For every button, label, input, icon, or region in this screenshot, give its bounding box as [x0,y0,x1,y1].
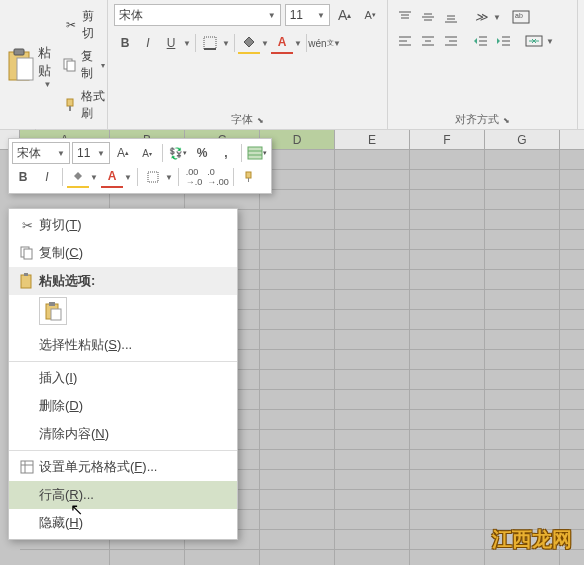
mini-comma-button[interactable]: , [215,142,237,164]
scissors-icon: ✂ [15,218,39,233]
svg-rect-5 [67,99,73,106]
column-header[interactable]: G [485,130,560,149]
chevron-down-icon[interactable]: ▼ [182,32,192,54]
chevron-down-icon[interactable]: ▼ [492,6,502,28]
brush-icon [63,97,77,113]
chevron-down-icon[interactable]: ▼ [545,30,555,52]
svg-rect-2 [17,58,33,80]
decrease-font-button[interactable]: A▾ [359,4,381,26]
paste-icon [6,44,36,88]
svg-rect-40 [246,172,251,178]
menu-delete[interactable]: 删除(D) [9,392,237,420]
mini-decrease-font[interactable]: A▾ [136,142,158,164]
chevron-down-icon[interactable]: ▼ [44,80,52,89]
paste-icon [15,273,39,289]
mini-format-painter-button[interactable] [238,166,260,188]
align-group: ≫▼ ab ▼ 对齐方式 ⬊ [388,0,578,129]
align-right-button[interactable] [440,30,462,52]
mini-fill-color-button[interactable] [67,166,89,188]
svg-rect-41 [248,178,249,182]
menu-hide[interactable]: 隐藏(H) [9,509,237,537]
mini-format-table-button[interactable]: ▾ [246,142,268,164]
copy-icon [15,246,39,260]
menu-row-height[interactable]: 行高(R)... [9,481,237,509]
svg-rect-1 [14,49,24,55]
mini-percent-button[interactable]: % [191,142,213,164]
menu-format-cells[interactable]: 设置单元格格式(F)... [9,453,237,481]
merge-button[interactable] [523,30,545,52]
paste-option-default[interactable] [39,297,67,325]
mini-increase-decimal-button[interactable]: .00→.0 [183,166,205,188]
scissors-icon: ✂ [63,17,78,33]
mini-font-family[interactable]: 宋体▼ [12,142,70,164]
align-bottom-button[interactable] [440,6,462,28]
chevron-down-icon[interactable]: ▼ [293,32,303,54]
menu-copy[interactable]: 复制(C) [9,239,237,267]
increase-indent-button[interactable] [493,30,515,52]
paste-label: 粘贴 [38,44,57,80]
svg-rect-39 [148,172,158,182]
svg-rect-44 [21,275,31,288]
format-cells-icon [15,460,39,474]
chevron-down-icon[interactable]: ▼ [332,32,342,54]
column-header[interactable]: F [410,130,485,149]
italic-button[interactable]: I [137,32,159,54]
mini-increase-font[interactable]: A▴ [112,142,134,164]
chevron-down-icon[interactable]: ▼ [313,11,325,20]
mini-italic-button[interactable]: I [36,166,58,188]
svg-rect-4 [67,61,75,71]
bold-button[interactable]: B [114,32,136,54]
svg-rect-43 [24,249,32,259]
mini-borders-button[interactable] [142,166,164,188]
wrap-text-button[interactable]: ab [510,6,532,28]
cut-button[interactable]: ✂剪切 [61,6,107,44]
font-color-button[interactable]: A [271,32,293,54]
mini-font-size[interactable]: 11▼ [72,142,110,164]
format-painter-label: 格式刷 [81,88,105,122]
fill-color-button[interactable] [238,32,260,54]
menu-insert[interactable]: 插入(I) [9,364,237,392]
decrease-indent-button[interactable] [470,30,492,52]
chevron-down-icon[interactable]: ▼ [264,11,276,20]
increase-font-button[interactable]: A▴ [334,4,356,26]
mini-decrease-decimal-button[interactable]: .0→.00 [207,166,229,188]
align-group-label: 对齐方式 ⬊ [394,108,571,129]
menu-cut[interactable]: ✂剪切(T) [9,211,237,239]
svg-rect-36 [248,147,262,159]
font-family-combo[interactable]: 宋体▼ [114,4,281,26]
menu-paste-special[interactable]: 选择性粘贴(S)... [9,331,237,359]
align-top-button[interactable] [394,6,416,28]
align-left-button[interactable] [394,30,416,52]
font-size-value: 11 [290,8,303,22]
mini-bold-button[interactable]: B [12,166,34,188]
svg-rect-45 [24,273,28,276]
svg-rect-47 [49,302,55,306]
orientation-button[interactable]: ≫ [470,6,492,28]
paste-button[interactable]: 粘贴 ▼ [6,8,57,124]
svg-rect-7 [204,37,216,49]
svg-rect-49 [21,461,33,473]
menu-clear-contents[interactable]: 清除内容(N) [9,420,237,448]
copy-label: 复制 [81,48,95,82]
svg-rect-6 [69,106,71,111]
underline-button[interactable]: U [160,32,182,54]
align-middle-button[interactable] [417,6,439,28]
font-group: 宋体▼ 11▼ A▴ A▾ B I U▼ ▼ ▼ A▼ wén文▼ 字体 ⬊ [108,0,388,129]
copy-icon [63,57,77,73]
svg-rect-48 [51,309,61,320]
font-size-combo[interactable]: 11▼ [285,4,330,26]
align-center-button[interactable] [417,30,439,52]
chevron-down-icon[interactable]: ▼ [260,32,270,54]
phonetic-button[interactable]: wén文 [310,32,332,54]
copy-button[interactable]: 复制▾ [61,46,107,84]
clipboard-group: 粘贴 ▼ ✂剪切 复制▾ 格式刷 剪贴板 ⬊ [0,0,108,129]
mini-font-color-button[interactable]: A [101,166,123,188]
mouse-cursor-icon: ↖ [70,500,83,519]
menu-paste-options-header: 粘贴选项: [9,267,237,295]
mini-accounting-button[interactable]: 💱▾ [167,142,189,164]
context-menu: ✂剪切(T) 复制(C) 粘贴选项: 选择性粘贴(S)... 插入(I) 删除(… [8,208,238,540]
column-header[interactable]: E [335,130,410,149]
borders-button[interactable] [199,32,221,54]
chevron-down-icon[interactable]: ▼ [221,32,231,54]
format-painter-button[interactable]: 格式刷 [61,86,107,124]
